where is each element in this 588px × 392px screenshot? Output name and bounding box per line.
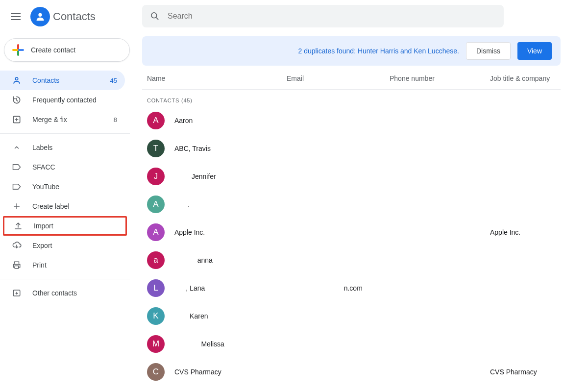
upload-icon xyxy=(13,221,23,231)
main: 2 duplicates found: Hunter Harris and Ke… xyxy=(130,0,588,392)
contact-row[interactable]: T ABC, Travis xyxy=(142,134,588,162)
col-phone: Phone number xyxy=(390,74,490,82)
label-icon xyxy=(12,182,22,192)
col-job: Job title & company xyxy=(490,74,561,82)
merge-icon xyxy=(12,115,22,124)
group-label: Contacts (45) xyxy=(142,90,588,106)
avatar: J xyxy=(147,168,165,185)
hamburger-menu-icon[interactable] xyxy=(4,5,27,28)
nav-contacts-label: Contacts xyxy=(32,76,99,84)
avatar: T xyxy=(147,140,165,157)
contact-company: CVS Pharmacy xyxy=(490,368,588,376)
view-button[interactable]: View xyxy=(517,42,552,60)
nav-import-label: Import xyxy=(34,222,118,230)
nav-print[interactable]: Print xyxy=(0,255,125,275)
nav-create-label[interactable]: Create label xyxy=(0,196,125,216)
contact-row[interactable]: L , Lana n.com xyxy=(142,274,588,302)
nav-label-youtube-label: YouTube xyxy=(32,183,117,191)
contact-row[interactable]: K Karen xyxy=(142,302,588,330)
contact-name: Aaron xyxy=(174,117,287,124)
label-icon xyxy=(12,162,22,172)
contact-row[interactable]: A Apple Inc. Apple Inc. xyxy=(142,218,588,246)
contact-name: Apple Inc. xyxy=(174,228,287,236)
contact-name: ABC, Travis xyxy=(174,145,287,152)
plus-small-icon xyxy=(12,201,22,211)
contact-name: CVS Pharmacy xyxy=(174,368,287,376)
contact-row[interactable]: a anna xyxy=(142,246,588,274)
brand-row: Contacts xyxy=(0,5,130,38)
sidebar: Contacts Create contact Contacts 45 Freq… xyxy=(0,0,130,392)
nav-labels-header-label: Labels xyxy=(32,144,117,151)
contact-name: Jennifer xyxy=(174,172,287,180)
svg-point-1 xyxy=(15,77,18,80)
nav-label-sfacc[interactable]: SFACC xyxy=(0,157,125,177)
col-email: Email xyxy=(287,74,390,82)
duplicates-banner: 2 duplicates found: Hunter Harris and Ke… xyxy=(142,36,561,66)
nav-import[interactable]: Import xyxy=(3,216,127,236)
avatar: a xyxy=(147,251,165,269)
nav-print-label: Print xyxy=(32,261,117,269)
nav-labels-header[interactable]: Labels xyxy=(0,138,125,157)
plus-icon xyxy=(12,44,24,56)
search-input[interactable] xyxy=(168,12,496,21)
contact-row[interactable]: C CVS Pharmacy CVS Pharmacy xyxy=(142,358,588,386)
nav-merge-label: Merge & fix xyxy=(32,116,103,123)
nav-export[interactable]: Export xyxy=(0,236,125,255)
avatar: L xyxy=(147,279,165,297)
app-logo-icon xyxy=(30,7,50,26)
contact-row[interactable]: A Aaron xyxy=(142,106,588,134)
contact-name: Karen xyxy=(174,312,287,320)
search-icon xyxy=(150,11,160,21)
cloud-download-icon xyxy=(12,241,22,250)
avatar: A xyxy=(147,196,165,213)
avatar: A xyxy=(147,223,165,241)
nav-divider xyxy=(0,133,130,134)
nav-label-sfacc-label: SFACC xyxy=(32,163,117,171)
nav-export-label: Export xyxy=(32,242,117,249)
print-icon xyxy=(12,260,22,270)
app-title: Contacts xyxy=(53,10,96,23)
nav-frequent-label: Frequently contacted xyxy=(32,96,117,104)
avatar: C xyxy=(147,363,165,381)
nav: Contacts 45 Frequently contacted Merge &… xyxy=(0,71,130,303)
chevron-up-icon xyxy=(12,143,22,152)
nav-frequent[interactable]: Frequently contacted xyxy=(0,90,125,110)
nav-merge-count: 8 xyxy=(114,116,117,123)
contact-row[interactable]: A . xyxy=(142,190,588,218)
contact-name: . xyxy=(174,200,287,208)
col-name: Name xyxy=(147,74,287,82)
nav-create-label-label: Create label xyxy=(32,202,117,210)
contact-row[interactable]: M Melissa xyxy=(142,330,588,358)
nav-label-youtube[interactable]: YouTube xyxy=(0,177,125,196)
nav-contacts[interactable]: Contacts 45 xyxy=(0,71,125,90)
avatar: K xyxy=(147,307,165,325)
archive-icon xyxy=(12,288,22,298)
person-icon xyxy=(12,75,22,85)
contact-name: anna xyxy=(174,256,287,264)
contact-email: n.com xyxy=(287,284,390,292)
search-bar[interactable] xyxy=(142,5,504,27)
create-contact-button[interactable]: Create contact xyxy=(4,38,130,62)
contact-list: A Aaron T ABC, Travis J Jennifer A . A A… xyxy=(142,106,588,386)
contact-row[interactable]: J Jennifer xyxy=(142,162,588,190)
nav-contacts-count: 45 xyxy=(110,77,117,84)
avatar: M xyxy=(147,335,165,353)
nav-other-label: Other contacts xyxy=(32,289,117,297)
banner-text: 2 duplicates found: Hunter Harris and Ke… xyxy=(151,47,459,55)
contact-name: Melissa xyxy=(174,340,287,348)
column-headers: Name Email Phone number Job title & comp… xyxy=(142,66,561,90)
nav-merge-fix[interactable]: Merge & fix 8 xyxy=(0,110,125,129)
avatar: A xyxy=(147,112,165,129)
contact-name: , Lana xyxy=(174,284,287,292)
history-icon xyxy=(12,95,22,105)
dismiss-button[interactable]: Dismiss xyxy=(466,42,511,60)
nav-other-contacts[interactable]: Other contacts xyxy=(0,283,125,303)
svg-point-0 xyxy=(38,13,42,17)
contact-company: Apple Inc. xyxy=(490,228,588,236)
create-contact-label: Create contact xyxy=(31,46,75,54)
nav-divider xyxy=(0,279,130,279)
